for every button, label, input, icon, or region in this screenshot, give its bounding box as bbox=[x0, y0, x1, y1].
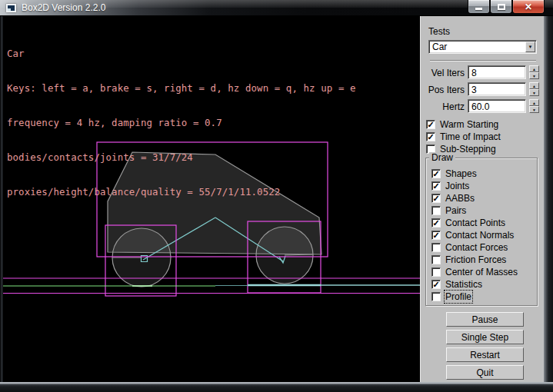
checkbox-label: Shapes bbox=[445, 168, 477, 179]
maximize-button[interactable] bbox=[490, 0, 512, 14]
checkbox-label: Contact Forces bbox=[445, 242, 508, 253]
checkbox-icon[interactable] bbox=[431, 292, 441, 301]
pos-iters-row: Pos Iters 3 ▲ ▼ bbox=[421, 82, 545, 96]
minimize-icon bbox=[475, 8, 482, 10]
checkbox-label: Friction Forces bbox=[445, 254, 506, 265]
close-icon: ✕ bbox=[525, 2, 532, 12]
checkbox-label: AABBs bbox=[445, 193, 475, 204]
pos-iters-stepper[interactable]: ▲ ▼ bbox=[529, 82, 539, 96]
checkbox-icon[interactable]: ✓ bbox=[431, 181, 441, 191]
debug-line-proxies: proxies/height/balance/quality = 55/7/1/… bbox=[7, 186, 356, 198]
simulation-canvas[interactable]: Car Keys: left = a, brake = s, right = d… bbox=[3, 16, 420, 382]
single-step-button[interactable]: Single Step bbox=[446, 330, 524, 344]
spinner-up-icon[interactable]: ▲ bbox=[532, 67, 536, 71]
minimize-button[interactable] bbox=[468, 0, 490, 14]
checkbox-icon[interactable] bbox=[431, 255, 441, 264]
checkbox-icon[interactable] bbox=[431, 206, 441, 215]
spinner-down-icon[interactable]: ▼ bbox=[532, 74, 536, 78]
title-bar[interactable]: Box2D Version 2.2.0 ✕ bbox=[0, 0, 553, 16]
checkbox-icon[interactable]: ✓ bbox=[426, 120, 435, 129]
quit-button[interactable]: Quit bbox=[446, 365, 524, 380]
spinner-up-icon[interactable]: ▲ bbox=[532, 84, 536, 88]
debug-line-bodies: bodies/contacts/joints = 31/7/24 bbox=[7, 151, 356, 163]
checkbox-label: Contact Points bbox=[445, 218, 505, 228]
hertz-label: Hertz bbox=[442, 101, 465, 112]
debug-text-block: Car Keys: left = a, brake = s, right = d… bbox=[7, 25, 356, 221]
vel-iters-stepper[interactable]: ▲ ▼ bbox=[529, 65, 539, 79]
pause-button[interactable]: Pause bbox=[446, 312, 524, 327]
separator bbox=[430, 60, 536, 61]
checkbox-icon[interactable]: ✓ bbox=[431, 194, 441, 203]
control-panel: Tests Car ▼ Vel Iters 8 ▲ ▼ Pos Iters 3 … bbox=[420, 16, 544, 382]
checkbox-icon[interactable]: ✓ bbox=[431, 280, 441, 289]
checkbox-label: Statistics bbox=[445, 279, 482, 290]
app-icon bbox=[6, 4, 16, 12]
checkbox-icon[interactable]: ✓ bbox=[431, 218, 441, 228]
debug-line-frequency: frequency = 4 hz, damping ratio = 0.7 bbox=[7, 117, 356, 128]
vel-iters-row: Vel Iters 8 ▲ ▼ bbox=[421, 65, 545, 79]
checkbox-label: Joints bbox=[445, 181, 469, 191]
vel-iters-input[interactable]: 8 bbox=[468, 65, 526, 79]
window-border-bottom bbox=[0, 382, 553, 392]
checkbox-label: Profile bbox=[445, 291, 471, 302]
tests-dropdown[interactable]: Car ▼ bbox=[428, 40, 537, 54]
box2d-window: Box2D Version 2.2.0 ✕ bbox=[0, 0, 553, 392]
checkbox-icon[interactable]: ✓ bbox=[426, 132, 435, 141]
pos-iters-label: Pos Iters bbox=[428, 85, 465, 95]
checkbox-icon[interactable]: ✓ bbox=[431, 169, 441, 178]
checkbox-label: Warm Starting bbox=[440, 119, 498, 130]
debug-line-keys: Keys: left = a, brake = s, right = d, hz… bbox=[7, 82, 356, 94]
window-border-left bbox=[0, 16, 3, 382]
tests-label: Tests bbox=[428, 26, 450, 37]
draw-group-box: ✓ Shapes ✓ Joints ✓ AABBs Pairs ✓ Contac… bbox=[425, 158, 538, 306]
pos-iters-input[interactable]: 3 bbox=[468, 82, 526, 96]
spinner-down-icon[interactable]: ▼ bbox=[532, 108, 536, 112]
spinner-down-icon[interactable]: ▼ bbox=[532, 91, 536, 95]
chevron-down-icon: ▼ bbox=[528, 45, 533, 49]
hertz-input[interactable]: 60.0 bbox=[468, 99, 526, 113]
window-title: Box2D Version 2.2.0 bbox=[22, 2, 105, 13]
spinner-up-icon[interactable]: ▲ bbox=[532, 101, 536, 105]
checkbox-icon[interactable] bbox=[431, 243, 441, 252]
debug-line-test-name: Car bbox=[7, 48, 356, 59]
checkbox-label: Contact Normals bbox=[445, 230, 514, 241]
close-button[interactable]: ✕ bbox=[512, 0, 545, 14]
hertz-row: Hertz 60.0 ▲ ▼ bbox=[421, 99, 545, 113]
restart-button[interactable]: Restart bbox=[446, 347, 524, 362]
window-border-right bbox=[544, 16, 553, 382]
checkbox-label: Center of Masses bbox=[445, 267, 518, 277]
checkbox-icon[interactable] bbox=[431, 267, 441, 277]
checkbox-label: Pairs bbox=[445, 205, 466, 216]
hertz-stepper[interactable]: ▲ ▼ bbox=[529, 99, 539, 113]
tests-dropdown-value: Car bbox=[432, 42, 447, 52]
vel-iters-label: Vel Iters bbox=[431, 68, 465, 78]
maximize-icon bbox=[498, 4, 505, 10]
checkbox-label: Time of Impact bbox=[440, 131, 501, 142]
checkbox-icon[interactable]: ✓ bbox=[431, 231, 441, 240]
tests-dropdown-button[interactable]: ▼ bbox=[525, 42, 535, 52]
draw-group-label: Draw bbox=[429, 152, 455, 163]
